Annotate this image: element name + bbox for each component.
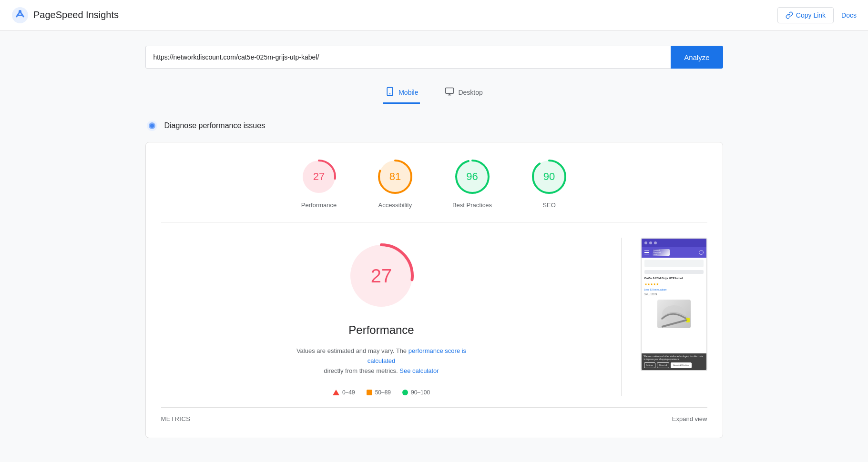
see-calculator-link[interactable]: See calculator [399, 367, 439, 374]
device-tabs: Mobile Desktop [145, 82, 723, 104]
site-logo: NetworkDiscount.com [653, 249, 670, 256]
main-content: Analyze Mobile Desktop [134, 30, 735, 453]
docs-link[interactable]: Docs [841, 11, 857, 19]
svg-rect-4 [446, 88, 454, 94]
screenshot-content: Cat5e 0.25M Grijs UTP kabel ★★★★★ Lees 5… [642, 275, 706, 353]
accept-btn: Accept All Cookies [671, 362, 691, 368]
screenshot-product-title: Cat5e 0.25M Grijs UTP kabel [644, 277, 704, 281]
legend-orange-range: 50–89 [375, 389, 391, 396]
performance-title: Performance [348, 323, 414, 337]
cookie-buttons: Settings Reject all Accept All Cookies [644, 362, 704, 368]
perf-desc-mid: directly from these metrics. [324, 367, 398, 374]
screenshot-cookie-banner: We use cookies (and other similar techno… [642, 353, 706, 370]
performance-circle: 27 [300, 158, 338, 196]
seo-label: SEO [542, 201, 555, 209]
copy-link-button[interactable]: Copy Link [777, 7, 834, 23]
tab-mobile[interactable]: Mobile [383, 82, 420, 104]
screenshot-breadcrumb [644, 270, 704, 274]
pagespeed-logo-icon [11, 7, 29, 24]
svg-point-9 [150, 124, 154, 128]
browser-dot-1 [644, 241, 647, 244]
score-seo: 90 SEO [530, 158, 568, 209]
performance-big-circle: 27 [343, 238, 419, 314]
tab-desktop-label: Desktop [458, 89, 482, 96]
search-bar: Analyze [145, 46, 723, 69]
cookie-text: We use cookies (and other similar techno… [644, 355, 704, 361]
header-logo-area: PageSpeed Insights [11, 7, 119, 24]
svg-point-1 [19, 10, 21, 13]
seo-circle: 90 [530, 158, 568, 196]
best-practices-label: Best Practices [452, 201, 492, 209]
screenshot-reviews: Lees 52 betrouwbare [644, 288, 704, 291]
results-card: 27 Performance 81 Accessibility [145, 142, 723, 438]
cable-image [657, 300, 691, 328]
screenshot-browser-bar [642, 239, 706, 247]
mobile-icon [385, 87, 395, 98]
screenshot-area: NetworkDiscount.com Cat5e 0.25M Grijs UT… [641, 238, 707, 371]
metrics-label: METRICS [161, 415, 191, 422]
section-header: Diagnose performance issues [145, 119, 723, 132]
header-actions: Copy Link Docs [777, 7, 857, 23]
tab-mobile-label: Mobile [398, 89, 418, 96]
best-practices-circle: 96 [453, 158, 491, 196]
seo-score: 90 [543, 171, 555, 183]
score-accessibility: 81 Accessibility [376, 158, 414, 209]
page-screenshot: NetworkDiscount.com Cat5e 0.25M Grijs UT… [641, 238, 707, 371]
performance-left: 27 Performance Values are estimated and … [161, 238, 602, 396]
legend-red: 0–49 [333, 389, 355, 396]
performance-detail: 27 Performance Values are estimated and … [161, 238, 707, 396]
browser-dot-3 [654, 241, 657, 244]
url-input[interactable] [145, 46, 671, 69]
app-header: PageSpeed Insights Copy Link Docs [0, 0, 868, 30]
search-nav-icon [699, 250, 704, 255]
perf-desc-prefix: Values are estimated and may vary. The [296, 347, 407, 354]
screenshot-stars: ★★★★★ [644, 282, 704, 286]
screenshot-sku: SKU: 17074 [644, 293, 704, 296]
svg-rect-21 [686, 318, 690, 322]
accessibility-circle: 81 [376, 158, 414, 196]
score-performance: 27 Performance [300, 158, 338, 209]
app-title: PageSpeed Insights [33, 10, 119, 20]
red-triangle-icon [333, 390, 339, 395]
screenshot-search-bar [644, 260, 704, 267]
vertical-divider [621, 238, 622, 396]
reject-btn: Reject all [657, 362, 669, 368]
spinner-icon [145, 119, 159, 132]
performance-score: 27 [313, 171, 325, 183]
analyze-button[interactable]: Analyze [671, 46, 723, 69]
performance-label: Performance [301, 201, 337, 209]
screenshot-nav: NetworkDiscount.com [642, 247, 706, 258]
green-circle-icon [402, 390, 408, 395]
performance-big-score: 27 [371, 265, 392, 287]
browser-dot-2 [649, 241, 652, 244]
accessibility-label: Accessibility [378, 201, 412, 209]
section-title: Diagnose performance issues [164, 121, 266, 130]
legend-red-range: 0–49 [342, 389, 355, 396]
metrics-footer: METRICS Expand view [161, 407, 707, 422]
expand-view-button[interactable]: Expand view [672, 415, 707, 422]
scores-row: 27 Performance 81 Accessibility [161, 158, 707, 222]
legend-green-range: 90–100 [411, 389, 430, 396]
link-icon [786, 11, 793, 19]
hamburger-icon [644, 251, 649, 255]
orange-square-icon [367, 390, 372, 395]
accessibility-score: 81 [389, 171, 401, 183]
settings-btn: Settings [644, 362, 655, 368]
desktop-icon [445, 87, 454, 98]
performance-description: Values are estimated and may vary. The p… [296, 346, 467, 376]
screenshot-product-image [644, 300, 704, 328]
score-best-practices: 96 Best Practices [452, 158, 492, 209]
legend-orange: 50–89 [367, 389, 391, 396]
tab-desktop[interactable]: Desktop [443, 82, 484, 104]
best-practices-score: 96 [466, 171, 478, 183]
copy-link-label: Copy Link [796, 11, 826, 19]
score-legend: 0–49 50–89 90–100 [333, 389, 430, 396]
legend-green: 90–100 [402, 389, 430, 396]
